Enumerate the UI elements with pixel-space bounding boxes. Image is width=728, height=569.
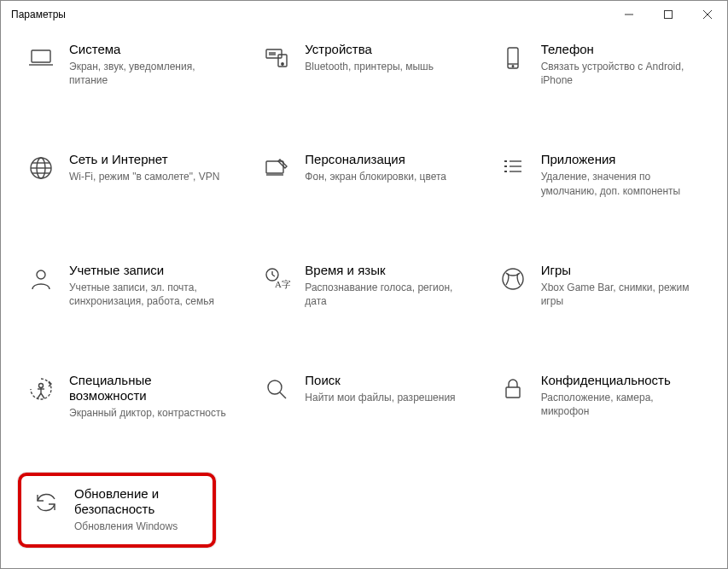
laptop-icon [25, 42, 57, 74]
tile-desc: Распознавание голоса, регион, дата [305, 281, 467, 308]
svg-rect-4 [32, 50, 50, 62]
titlebar: Параметры [1, 1, 727, 28]
close-icon [703, 10, 712, 19]
tile-title: Телефон [541, 42, 703, 57]
svg-point-33 [39, 384, 44, 388]
tile-desc: Удаление, значения по умолчанию, доп. ко… [541, 170, 703, 197]
tile-desc: Xbox Game Bar, снимки, режим игры [541, 281, 703, 308]
tile-desc: Экран, звук, уведомления, питание [69, 60, 231, 87]
tile-accounts[interactable]: Учетные записи Учетные записи, эл. почта… [18, 256, 238, 315]
tile-title: Поиск [305, 373, 467, 388]
apps-icon [497, 152, 529, 184]
tile-title: Специальные возможности [69, 373, 231, 404]
tile-title: Система [69, 42, 231, 57]
tile-desc: Учетные записи, эл. почта, синхронизация… [69, 281, 231, 308]
tile-personalization[interactable]: Персонализация Фон, экран блокировки, цв… [253, 145, 474, 204]
tile-update-security[interactable]: Обновление и безопасность Обновления Win… [18, 473, 216, 547]
tile-devices[interactable]: Устройства Bluetooth, принтеры, мышь [253, 35, 474, 94]
window-title: Параметры [11, 9, 609, 20]
minimize-icon [625, 10, 633, 19]
tile-title: Сеть и Интернет [69, 152, 231, 167]
svg-point-32 [503, 269, 523, 289]
maximize-icon [664, 10, 673, 19]
tile-title: Учетные записи [69, 263, 231, 278]
sync-icon [30, 486, 62, 519]
globe-icon [25, 152, 57, 184]
svg-point-27 [37, 270, 45, 279]
tile-title: Приложения [541, 152, 703, 167]
search-icon [260, 373, 293, 405]
svg-rect-6 [266, 49, 282, 58]
close-button[interactable] [688, 1, 727, 28]
tile-network[interactable]: Сеть и Интернет Wi-Fi, режим "в самолете… [18, 145, 238, 204]
tile-time-language[interactable]: A字 Время и язык Распознавание голоса, ре… [253, 256, 474, 315]
settings-grid: Система Экран, звук, уведомления, питани… [18, 35, 710, 548]
tile-phone[interactable]: Телефон Связать устройство с Android, iP… [490, 35, 710, 94]
minimize-button[interactable] [609, 1, 649, 28]
tile-desc: Экранный диктор, контрастность [69, 406, 231, 420]
maximize-button[interactable] [649, 1, 688, 28]
tile-title: Обновление и безопасность [74, 486, 204, 517]
tile-privacy[interactable]: Конфиденциальность Расположение, камера,… [490, 366, 710, 427]
svg-line-30 [272, 275, 275, 276]
tile-desc: Обновления Windows [74, 520, 204, 533]
tile-title: Устройства [305, 42, 467, 57]
xbox-icon [497, 263, 529, 295]
tile-title: Игры [541, 263, 703, 278]
tile-title: Конфиденциальность [541, 373, 703, 388]
accessibility-icon [25, 373, 57, 405]
svg-rect-1 [665, 11, 673, 19]
phone-icon [497, 42, 529, 74]
tile-search[interactable]: Поиск Найти мои файлы, разрешения [253, 366, 474, 427]
lock-icon [497, 373, 529, 405]
svg-line-36 [38, 393, 41, 398]
svg-point-13 [512, 66, 514, 67]
tile-gaming[interactable]: Игры Xbox Game Bar, снимки, режим игры [490, 256, 710, 315]
settings-content: Система Экран, звук, уведомления, питани… [1, 28, 727, 565]
tile-desc: Найти мои файлы, разрешения [305, 391, 467, 404]
time-language-icon: A字 [260, 263, 293, 295]
tile-apps[interactable]: Приложения Удаление, значения по умолчан… [490, 145, 710, 204]
tile-desc: Wi-Fi, режим "в самолете", VPN [69, 170, 231, 183]
svg-rect-40 [506, 387, 520, 398]
tile-desc: Расположение, камера, микрофон [541, 391, 703, 418]
tile-title: Время и язык [305, 263, 467, 278]
paint-icon [260, 152, 293, 184]
svg-line-37 [41, 393, 44, 398]
tile-desc: Связать устройство с Android, iPhone [541, 60, 703, 87]
svg-point-8 [282, 63, 283, 65]
tile-title: Персонализация [305, 152, 467, 167]
tile-desc: Bluetooth, принтеры, мышь [305, 60, 467, 73]
tile-accessibility[interactable]: Специальные возможности Экранный диктор,… [18, 366, 238, 427]
person-icon [25, 263, 57, 295]
svg-line-39 [280, 392, 286, 398]
devices-icon [260, 42, 293, 74]
tile-system[interactable]: Система Экран, звук, уведомления, питани… [18, 35, 238, 94]
tile-desc: Фон, экран блокировки, цвета [305, 170, 467, 183]
svg-text:A字: A字 [275, 279, 290, 289]
svg-point-38 [268, 380, 282, 394]
